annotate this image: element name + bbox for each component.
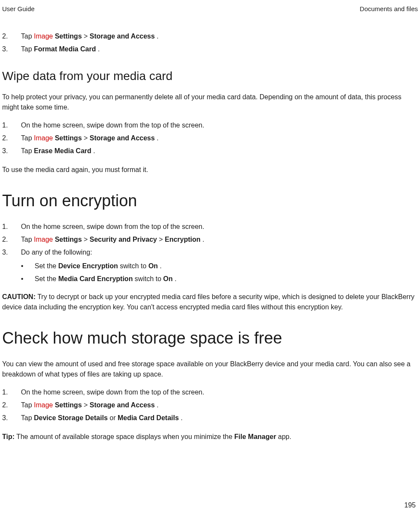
text: Tap [21, 45, 34, 53]
step-text: Tap Image Settings > Storage and Access … [21, 31, 420, 42]
bold-text: Settings [55, 33, 82, 40]
step-number: 2. [2, 133, 21, 143]
sublist-item-2: • Set the Media Card Encryption switch t… [21, 274, 420, 284]
bold-text: Media Card Encryption [58, 275, 133, 282]
text: . [93, 147, 95, 154]
top-steps: 2. Tap Image Settings > Storage and Acce… [2, 31, 420, 54]
step-1: 1. On the home screen, swipe down from t… [2, 222, 420, 232]
step-text: Tap Erase Media Card . [21, 146, 420, 156]
tip-text: app. [278, 433, 291, 440]
text: . [157, 33, 158, 40]
section-title-wipe: Wipe data from your media card [2, 67, 420, 85]
text: . [98, 45, 100, 53]
bold-text: File Manager [234, 433, 276, 440]
step-text: Do any of the following: [21, 247, 420, 258]
tip-text: The amount of available storage space di… [16, 433, 234, 440]
step-text: Tap Image Settings > Storage and Access … [21, 400, 420, 410]
bold-text: On [163, 275, 173, 282]
caution-paragraph: CAUTION: Try to decrypt or back up your … [2, 292, 420, 312]
step-number: 3. [2, 146, 21, 156]
step-number: 1. [2, 387, 21, 397]
step-text: On the home screen, swipe down from the … [21, 387, 420, 397]
text: . [181, 414, 183, 421]
sublist-text: Set the Device Encryption switch to On . [35, 261, 162, 271]
encryption-sublist: • Set the Device Encryption switch to On… [21, 261, 420, 284]
bold-text: Encryption [165, 236, 201, 243]
bold-text: Security and Privacy [90, 236, 157, 243]
settings-icon: Image [34, 401, 53, 409]
bold-text: Device Storage Details [34, 414, 108, 421]
step-1: 1. On the home screen, swipe down from t… [2, 387, 420, 397]
page-number: 195 [404, 500, 416, 510]
step-number: 3. [2, 413, 21, 423]
bold-text: Erase Media Card [34, 147, 91, 154]
wipe-steps: 1. On the home screen, swipe down from t… [2, 120, 420, 156]
caution-label: CAUTION: [2, 293, 35, 300]
settings-icon: Image [34, 134, 53, 142]
header-left: User Guide [2, 4, 35, 14]
text: . [160, 262, 162, 270]
text: Tap [21, 401, 34, 409]
text: Set the [35, 275, 58, 282]
bold-text: Storage and Access [90, 134, 155, 142]
text: > [84, 401, 90, 409]
bold-text: Media Card Details [118, 414, 179, 421]
text: Set the [35, 262, 58, 270]
text: . [157, 134, 158, 142]
text: > [84, 236, 90, 243]
sublist-item-1: • Set the Device Encryption switch to On… [21, 261, 420, 271]
storage-steps: 1. On the home screen, swipe down from t… [2, 387, 420, 423]
step-3: 3. Do any of the following: [2, 247, 420, 258]
bold-text: Device Encryption [58, 262, 118, 270]
bullet: • [21, 274, 35, 284]
step-2: 2. Tap Image Settings > Storage and Acce… [2, 133, 420, 143]
bold-text: Storage and Access [90, 33, 155, 40]
step-number: 3. [2, 247, 21, 258]
text: . [202, 236, 204, 243]
text: > [159, 236, 165, 243]
step-text: On the home screen, swipe down from the … [21, 222, 420, 232]
bullet: • [21, 261, 35, 271]
text: Tap [21, 33, 34, 40]
text: > [84, 33, 90, 40]
text: . [175, 275, 176, 282]
step-number: 2. [2, 400, 21, 410]
section-title-encryption: Turn on encryption [2, 189, 420, 213]
paragraph: To use the media card again, you must fo… [2, 165, 420, 175]
step-text: Tap Image Settings > Storage and Access … [21, 133, 420, 143]
bold-text: On [148, 262, 158, 270]
section-title-storage: Check how much storage space is free [2, 326, 420, 350]
step-text: On the home screen, swipe down from the … [21, 120, 420, 130]
bold-text: Settings [55, 134, 82, 142]
step-3: 3. Tap Erase Media Card . [2, 146, 420, 156]
paragraph: To help protect your privacy, you can pe… [2, 92, 420, 113]
text: switch to [135, 275, 163, 282]
text: > [84, 134, 90, 142]
step-3: 3. Tap Device Storage Details or Media C… [2, 413, 420, 423]
text: Tap [21, 134, 34, 142]
tip-label: Tip: [2, 433, 15, 440]
sublist-text: Set the Media Card Encryption switch to … [35, 274, 177, 284]
text: Tap [21, 414, 34, 421]
paragraph: You can view the amount of used and free… [2, 359, 420, 380]
step-number: 2. [2, 234, 21, 245]
text: Tap [21, 236, 34, 243]
bold-text: Format Media Card [34, 45, 96, 53]
page-header: User Guide Documents and files [2, 4, 420, 14]
settings-icon: Image [34, 33, 53, 40]
step-2: 2. Tap Image Settings > Storage and Acce… [2, 400, 420, 410]
settings-icon: Image [34, 236, 53, 243]
step-number: 1. [2, 120, 21, 130]
caution-text: Try to decrypt or back up your encrypted… [2, 293, 414, 311]
text: . [157, 401, 158, 409]
text: or [109, 414, 118, 421]
step-text: Tap Format Media Card . [21, 44, 420, 54]
bold-text: Settings [55, 236, 82, 243]
step-2: 2. Tap Image Settings > Storage and Acce… [2, 31, 420, 42]
tip-paragraph: Tip: The amount of available storage spa… [2, 432, 420, 442]
step-text: Tap Device Storage Details or Media Card… [21, 413, 420, 423]
bold-text: Settings [55, 401, 82, 409]
text: Tap [21, 147, 34, 154]
step-2: 2. Tap Image Settings > Security and Pri… [2, 234, 420, 245]
step-number: 2. [2, 31, 21, 42]
